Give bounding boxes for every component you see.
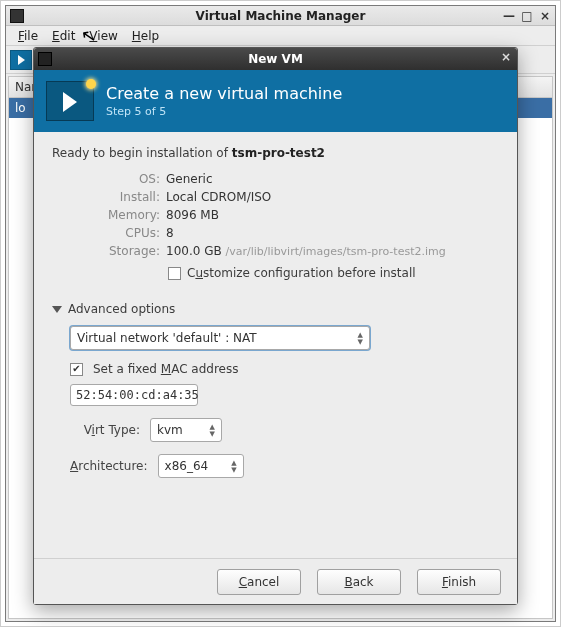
main-window-titlebar: Virtual Machine Manager — □ ×: [6, 6, 555, 26]
back-button[interactable]: Back: [317, 569, 401, 595]
maximize-button[interactable]: □: [521, 9, 533, 23]
chevron-down-icon: [52, 306, 62, 313]
menu-file[interactable]: File: [12, 27, 44, 45]
summary-intro: Ready to begin installation of tsm-pro-t…: [52, 146, 499, 160]
vm-name: tsm-pro-test2: [232, 146, 325, 160]
dialog-banner: Create a new virtual machine Step 5 of 5: [34, 70, 517, 132]
menu-view[interactable]: View: [83, 27, 123, 45]
architecture-select[interactable]: x86_64 ▲▼: [158, 454, 244, 478]
menu-edit[interactable]: Edit: [46, 27, 81, 45]
banner-subtitle: Step 5 of 5: [106, 105, 342, 118]
dialog-content: Ready to begin installation of tsm-pro-t…: [34, 132, 517, 558]
fixed-mac-checkbox[interactable]: [70, 363, 83, 376]
banner-title: Create a new virtual machine: [106, 84, 342, 103]
customize-label[interactable]: Customize configuration before install: [187, 266, 416, 280]
network-select[interactable]: Virtual network 'default' : NAT ▲▼: [70, 326, 370, 350]
minimize-button[interactable]: —: [503, 9, 515, 23]
value-memory: 8096 MB: [162, 206, 450, 224]
menu-help[interactable]: Help: [126, 27, 165, 45]
main-window-title: Virtual Machine Manager: [196, 9, 366, 23]
value-cpus: 8: [162, 224, 450, 242]
app-icon: [10, 9, 24, 23]
dropdown-spin-icon: ▲▼: [210, 424, 215, 437]
value-storage-path: /var/lib/libvirt/images/tsm-pro-test2.im…: [226, 245, 446, 258]
menu-bar: File Edit View Help: [6, 26, 555, 46]
advanced-options: Advanced options Virtual network 'defaul…: [52, 302, 499, 478]
value-os: Generic: [162, 170, 450, 188]
customize-checkbox[interactable]: [168, 267, 181, 280]
label-memory: Memory:: [52, 206, 162, 224]
dialog-title: New VM: [248, 52, 303, 66]
label-os: OS:: [52, 170, 162, 188]
advanced-options-toggle[interactable]: Advanced options: [52, 302, 499, 316]
virt-type-select[interactable]: kvm ▲▼: [150, 418, 222, 442]
close-button[interactable]: ×: [539, 9, 551, 23]
cancel-button[interactable]: Cancel: [217, 569, 301, 595]
dropdown-spin-icon: ▲▼: [358, 332, 363, 345]
new-vm-icon[interactable]: [10, 50, 32, 70]
finish-button[interactable]: Finish: [417, 569, 501, 595]
label-install: Install:: [52, 188, 162, 206]
summary-table: OS: Generic Install: Local CDROM/ISO Mem…: [52, 170, 450, 260]
value-storage: 100.0 GB /var/lib/libvirt/images/tsm-pro…: [162, 242, 450, 260]
dialog-app-icon: [38, 52, 52, 66]
fixed-mac-label[interactable]: Set a fixed MAC address: [93, 362, 239, 376]
label-storage: Storage:: [52, 242, 162, 260]
mac-address-input[interactable]: 52:54:00:cd:a4:35: [70, 384, 198, 406]
dialog-titlebar: New VM ×: [34, 48, 517, 70]
dropdown-spin-icon: ▲▼: [231, 460, 236, 473]
new-vm-dialog: New VM × Create a new virtual machine St…: [33, 47, 518, 605]
close-icon[interactable]: ×: [501, 50, 511, 64]
vm-icon: [46, 81, 94, 121]
virt-type-label: Virt Type:: [70, 423, 140, 437]
label-cpus: CPUs:: [52, 224, 162, 242]
value-install: Local CDROM/ISO: [162, 188, 450, 206]
architecture-label: Architecture:: [70, 459, 148, 473]
dialog-buttons: Cancel Back Finish: [34, 558, 517, 604]
